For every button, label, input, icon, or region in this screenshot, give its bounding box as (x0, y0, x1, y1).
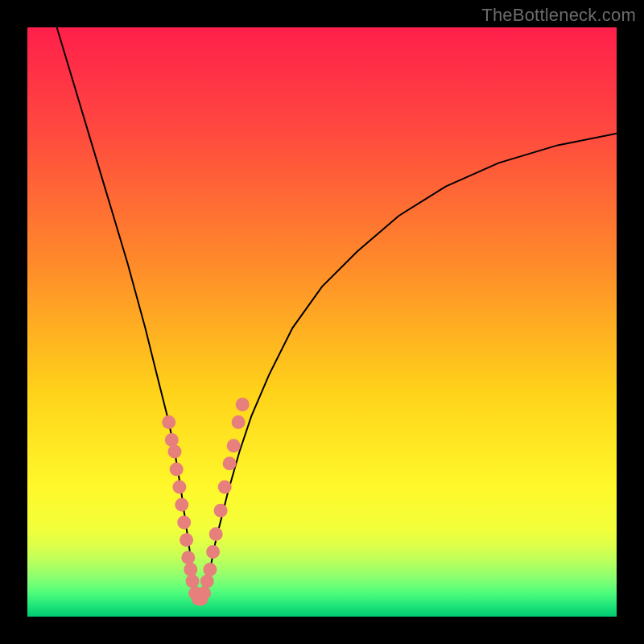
data-point (180, 533, 193, 547)
data-point (227, 439, 241, 452)
data-point (165, 433, 179, 447)
watermark-text: TheBottleneck.com (481, 5, 636, 26)
data-point (175, 497, 188, 511)
data-point (206, 545, 220, 559)
data-point (214, 504, 228, 518)
data-point (223, 456, 237, 470)
data-point (181, 551, 195, 564)
data-point (203, 563, 217, 576)
data-point (184, 563, 197, 576)
chart-frame: TheBottleneck.com (0, 0, 644, 644)
data-point (162, 415, 175, 429)
data-point (236, 398, 250, 411)
data-point (200, 575, 214, 588)
plot-area (27, 27, 617, 617)
data-point (209, 527, 223, 541)
data-point (186, 575, 200, 588)
data-points-group (162, 398, 250, 606)
data-point (218, 481, 232, 494)
data-point (172, 481, 186, 494)
data-point (197, 586, 211, 600)
data-point (168, 445, 182, 459)
data-point (177, 515, 191, 529)
data-point (170, 463, 184, 477)
data-point (232, 415, 246, 429)
chart-svg (27, 27, 617, 617)
bottleneck-curve-line (57, 27, 617, 599)
